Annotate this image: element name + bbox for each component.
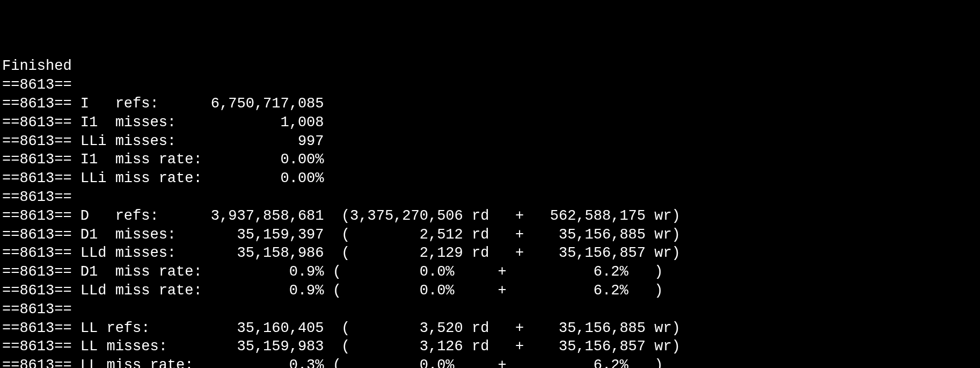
output-line: ==8613== LLd miss rate: 0.9% ( 0.0% + 6.… (2, 282, 978, 300)
output-line: ==8613== (2, 76, 978, 95)
output-line: ==8613== LLi misses: 997 (2, 132, 978, 151)
output-line: ==8613== D1 misses: 35,159,397 ( 2,512 r… (2, 226, 978, 244)
output-line: ==8613== D1 miss rate: 0.9% ( 0.0% + 6.2… (2, 263, 978, 282)
output-line: ==8613== LLd misses: 35,158,986 ( 2,129 … (2, 244, 978, 263)
output-line: ==8613== D refs: 3,937,858,681 (3,375,27… (2, 207, 978, 226)
output-line: ==8613== LL miss rate: 0.3% ( 0.0% + 6.2… (2, 356, 978, 368)
output-line: ==8613== (2, 300, 978, 319)
output-line: ==8613== LL misses: 35,159,983 ( 3,126 r… (2, 337, 978, 356)
output-line: ==8613== I1 misses: 1,008 (2, 113, 978, 132)
output-line: ==8613== I refs: 6,750,717,085 (2, 95, 978, 113)
output-line: ==8613== I1 miss rate: 0.00% (2, 150, 978, 169)
output-line: ==8613== LL refs: 35,160,405 ( 3,520 rd … (2, 319, 978, 338)
output-line: Finished (2, 57, 978, 76)
output-line: ==8613== (2, 188, 978, 207)
terminal-output: Finished==8613====8613== I refs: 6,750,7… (2, 57, 978, 368)
output-line: ==8613== LLi miss rate: 0.00% (2, 169, 978, 188)
